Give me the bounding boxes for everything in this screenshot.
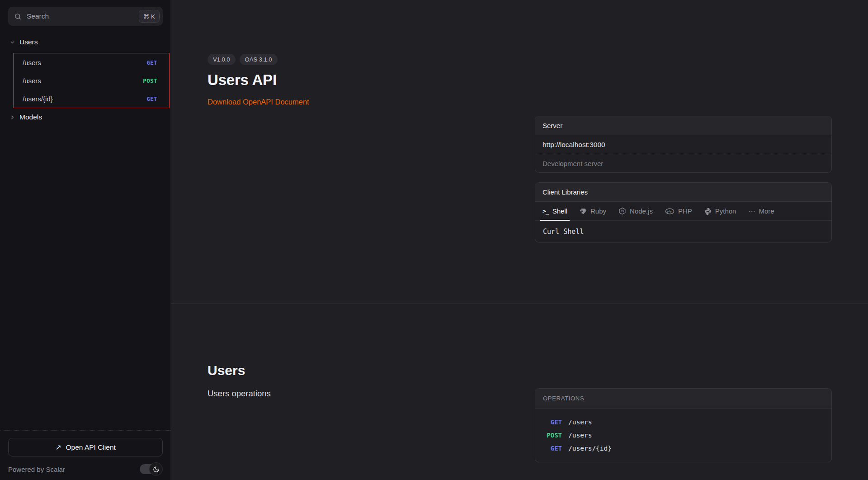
tab-label: Node.js [630,207,653,215]
powered-row: Powered by Scalar [8,464,163,474]
open-api-client-button[interactable]: ↗ Open API Client [8,438,163,456]
server-card: Server http://localhost:3000 Development… [535,116,832,173]
header-cards-column: Server http://localhost:3000 Development… [535,0,832,304]
method-badge: GET [146,59,157,66]
tab-label: More [759,207,774,215]
tab-label: Shell [552,207,567,215]
download-openapi-link[interactable]: Download OpenAPI Document [208,98,309,106]
server-description: Development server [535,154,831,172]
bottom-cards-column: OPERATIONS GET /users POST /users GET /u [535,304,832,480]
terminal-icon: >_ [542,208,549,214]
client-libraries-header: Client Libraries [535,183,831,202]
sidebar-group-label: Models [19,113,42,121]
sidebar-item-post-users[interactable]: /users POST [14,71,169,90]
sidebar-item-get-users-id[interactable]: /users/{id} GET [14,90,169,108]
tab-more[interactable]: ⋯ More [748,202,774,220]
method-badge: POST [543,432,562,439]
sidebar-group-users[interactable]: Users [0,34,170,50]
method-badge: POST [143,77,157,84]
operations-card-header: OPERATIONS [535,389,831,409]
main-content: V1.0.0 OAS 3.1.0 Users API Download Open… [171,0,868,480]
tab-label: PHP [678,207,692,215]
method-badge: GET [146,95,157,102]
method-badge: GET [543,418,562,426]
tab-python[interactable]: Python [704,202,736,220]
sidebar-group-models[interactable]: Models [0,109,170,125]
sidebar-highlight-box: /users GET /users POST /users/{id} GET [13,53,170,108]
server-url[interactable]: http://localhost:3000 [535,135,831,154]
svg-text:php: php [667,210,672,213]
php-icon: php [665,208,675,214]
chevron-right-icon [9,114,15,120]
tab-label: Python [715,207,736,215]
sidebar: Search ⌘ K Users /users GET /users POST … [0,0,171,480]
server-card-header: Server [535,116,831,135]
endpoint-path: /users [23,77,41,85]
endpoint-path: /users/{id} [568,445,612,452]
sidebar-nav: Users /users GET /users POST /users/{id}… [0,34,170,125]
oas-badge: OAS 3.1.0 [240,54,278,65]
arrow-up-right-icon: ↗ [55,444,61,451]
search-placeholder: Search [27,12,134,20]
operations-list: GET /users POST /users GET /users/{id} [535,409,831,462]
open-api-client-label: Open API Client [66,443,116,451]
endpoint-path: /users [23,59,41,67]
users-tag-section: Users Users operations OPERATIONS GET /u… [171,304,868,480]
toggle-knob [149,462,163,476]
badges-row: V1.0.0 OAS 3.1.0 [208,54,535,65]
sidebar-group-label: Users [19,38,38,46]
users-tag-intro: Users Users operations [208,304,535,480]
chevron-down-icon [9,39,15,45]
endpoint-path: /users [568,432,592,439]
dark-mode-toggle[interactable] [140,464,159,474]
nodejs-icon: JS [618,207,626,215]
endpoint-path: /users [568,418,592,426]
tab-shell[interactable]: >_ Shell [542,202,567,220]
operations-card: OPERATIONS GET /users POST /users GET /u [535,388,832,462]
api-intro: V1.0.0 OAS 3.1.0 Users API Download Open… [208,0,535,304]
api-header-section: V1.0.0 OAS 3.1.0 Users API Download Open… [171,0,868,304]
client-libraries-card: Client Libraries >_ Shell Ruby JS Node. [535,182,832,242]
sidebar-item-get-users[interactable]: /users GET [14,53,169,71]
app-root: Search ⌘ K Users /users GET /users POST … [0,0,868,480]
endpoint-path: /users/{id} [23,95,53,103]
tab-ruby[interactable]: Ruby [580,202,606,220]
tab-label: Ruby [590,207,606,215]
search-icon [14,13,22,20]
tab-php[interactable]: php PHP [665,202,692,220]
operation-link-get-users[interactable]: GET /users [543,415,824,428]
search-shortcut-badge: ⌘ K [139,10,160,23]
operation-link-get-users-id[interactable]: GET /users/{id} [543,442,824,455]
method-badge: GET [543,445,562,452]
tab-nodejs[interactable]: JS Node.js [618,202,653,220]
moon-icon [153,466,160,473]
client-libraries-tabs: >_ Shell Ruby JS Node.js php [535,202,831,221]
svg-text:JS: JS [621,210,624,213]
ellipsis-icon: ⋯ [748,207,755,215]
operation-link-post-users[interactable]: POST /users [543,428,824,442]
powered-by-label: Powered by Scalar [8,466,65,473]
sidebar-footer: ↗ Open API Client Powered by Scalar [0,430,170,480]
ruby-icon [580,208,587,215]
page-title: Users API [208,71,535,89]
section-title: Users [208,363,535,378]
client-library-snippet: Curl Shell [535,221,831,242]
section-description: Users operations [208,389,535,399]
python-icon [704,208,712,215]
version-badge: V1.0.0 [208,54,236,65]
search-input[interactable]: Search ⌘ K [8,7,163,26]
